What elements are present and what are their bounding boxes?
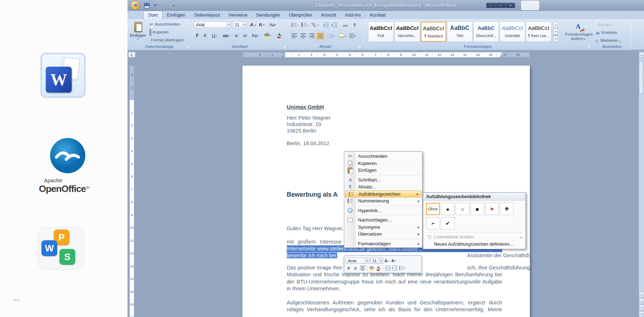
menu-item-nummerierung[interactable]: Nummerierung — [344, 197, 422, 205]
define-new-bullet-item[interactable]: Neues Aufzählungszeichen definieren... — [423, 241, 526, 248]
style-kein-leerraum[interactable]: AaBbCcI¶ Kein Lee... — [526, 22, 551, 42]
grow-font-button[interactable]: A▲ — [249, 21, 257, 28]
menu-item-absatz[interactable]: Absatz... — [344, 183, 422, 191]
copy-button[interactable]: Kopieren — [148, 28, 170, 36]
mini-shrink-font-button[interactable]: A▼ — [391, 258, 397, 264]
menu-item-nachschlagen[interactable]: Nachschlagen... — [344, 216, 422, 224]
select-button[interactable]: Markieren — [596, 37, 621, 44]
tab-ansicht[interactable]: Ansicht — [317, 11, 341, 19]
change-styles-button[interactable]: Formatvorlagen ändern — [565, 22, 591, 43]
superscript-button[interactable]: x2 — [241, 32, 249, 39]
clipboard-dialog-launcher[interactable] — [186, 45, 190, 49]
tab-addins[interactable]: Add-Ins — [340, 11, 365, 19]
find-button[interactable]: Suchen — [596, 21, 611, 28]
align-center-button[interactable] — [299, 32, 307, 39]
tab-acrobat[interactable]: Acrobat — [365, 11, 390, 19]
scroll-up-button[interactable]: ▲ — [639, 52, 644, 58]
style-untertitel[interactable]: AaBbCcIUntertitel — [500, 22, 525, 42]
tab-stop-selector[interactable] — [128, 52, 135, 58]
vertical-scrollbar[interactable]: ▲ ▲ ● ▼ ▼ — [639, 52, 644, 317]
menu-item-schriftart[interactable]: Schriftart... — [344, 177, 422, 184]
gallery-more-button[interactable]: ▾ — [553, 35, 558, 42]
menu-item-ausschneiden[interactable]: Ausschneiden — [344, 153, 422, 160]
justify-button[interactable] — [316, 32, 324, 39]
gallery-up-arrow[interactable]: ▴ — [553, 22, 558, 28]
numbering-button[interactable]: ▾ — [300, 21, 310, 28]
replace-button[interactable]: Ersetzen — [596, 29, 617, 36]
mini-format-painter-button[interactable] — [398, 258, 404, 264]
font-color-button[interactable]: A▾ — [274, 32, 285, 39]
format-painter-button[interactable]: Format übertragen — [148, 36, 185, 44]
right-indent-marker[interactable] — [500, 55, 502, 57]
decrease-indent-button[interactable] — [322, 21, 330, 28]
bullet-check-option[interactable]: ✔ — [441, 217, 455, 229]
mini-font-size-combo[interactable]: 11 — [370, 258, 383, 264]
menu-item-einfuegen[interactable]: Einfügen — [344, 167, 422, 174]
tab-verweise[interactable]: Verweise — [224, 11, 252, 19]
cut-button[interactable]: Ausschneiden — [148, 21, 181, 28]
next-page-button[interactable]: ▼ — [639, 305, 644, 311]
style-titel[interactable]: AaBbCTitel — [447, 22, 473, 42]
paste-button[interactable]: Einfügen — [130, 21, 146, 43]
browse-object-button[interactable]: ● — [639, 298, 644, 304]
tab-start[interactable]: Start — [143, 11, 162, 19]
tab-sendungen[interactable]: Sendungen — [252, 11, 285, 19]
mini-increase-indent-button[interactable] — [392, 265, 398, 271]
bullet-diamonds-option[interactable]: ❖ — [500, 203, 514, 215]
bullet-square-option[interactable]: ■ — [470, 203, 484, 215]
align-left-button[interactable] — [290, 32, 298, 39]
italic-button[interactable]: K — [202, 32, 209, 39]
menu-item-formatvorlagen[interactable]: Formatvorlagen — [344, 240, 422, 247]
bullets-button[interactable]: ▾ — [290, 21, 300, 28]
show-marks-button[interactable] — [351, 21, 359, 28]
mini-italic-button[interactable]: K — [353, 265, 359, 271]
increase-indent-button[interactable] — [331, 21, 339, 28]
chevron-down-icon[interactable] — [365, 258, 369, 263]
mini-align-center-button[interactable] — [359, 265, 366, 271]
align-right-button[interactable] — [308, 32, 316, 39]
shading-button[interactable]: ▾ — [338, 32, 347, 39]
menu-item-uebersetzen[interactable]: Übersetzen — [344, 231, 422, 238]
line-spacing-button[interactable]: ▾ — [326, 32, 336, 39]
mini-bullets-button[interactable]: ▾ — [399, 265, 406, 271]
gallery-down-arrow[interactable]: ▾ — [553, 28, 558, 35]
chevron-down-icon[interactable] — [242, 22, 247, 28]
styles-dialog-launcher[interactable] — [587, 45, 591, 49]
sort-button[interactable] — [341, 21, 349, 28]
highlight-color-button[interactable]: ab▾ — [262, 32, 273, 39]
clear-formatting-button[interactable]: Aa▾ — [268, 21, 277, 28]
menu-item-aufzaehlungszeichen[interactable]: Aufzählungszeichen — [345, 191, 421, 198]
bullet-chevron-option[interactable]: ➢ — [426, 217, 440, 229]
chevron-down-icon[interactable] — [378, 258, 383, 263]
mini-font-color-button[interactable]: A▾ — [376, 265, 382, 271]
chevron-down-icon[interactable] — [226, 22, 231, 28]
mini-grow-font-button[interactable]: A▲ — [384, 258, 390, 264]
mini-font-name-combo[interactable]: Arial — [346, 258, 370, 264]
menu-item-kopieren[interactable]: Kopieren — [344, 160, 422, 167]
style-fett[interactable]: AaBbCcIFett — [368, 22, 394, 42]
mini-bold-button[interactable]: F — [346, 265, 352, 271]
strikethrough-button[interactable]: abc — [220, 32, 231, 39]
style-ueberschrift[interactable]: AaBbCÜberschrif... — [473, 22, 499, 42]
previous-page-button[interactable]: ▲ — [639, 292, 644, 298]
bold-button[interactable]: F — [194, 32, 201, 39]
style-hervorhebung[interactable]: AaBbCcIHervorhe... — [394, 22, 420, 42]
scrollbar-thumb[interactable] — [639, 61, 644, 94]
subscript-button[interactable]: x2 — [233, 32, 241, 39]
mini-decrease-indent-button[interactable] — [385, 265, 391, 271]
font-dialog-launcher[interactable] — [283, 45, 287, 49]
tab-einfuegen[interactable]: Einfügen — [162, 11, 189, 19]
bullet-disc-option[interactable]: ● — [441, 203, 455, 215]
multilevel-list-button[interactable]: ▾ — [310, 21, 320, 28]
tab-seitenlayout[interactable]: Seitenlayout — [190, 11, 224, 19]
shrink-font-button[interactable]: A▼ — [258, 21, 266, 28]
bullet-circle-option[interactable]: ○ — [456, 203, 469, 215]
hanging-indent-marker[interactable] — [282, 55, 285, 57]
bullet-none-option[interactable]: Ohne — [426, 203, 440, 215]
font-size-combo[interactable]: 11 — [233, 21, 247, 28]
change-case-button[interactable]: Aa▾ — [250, 32, 260, 39]
scroll-down-button[interactable]: ▼ — [639, 311, 644, 317]
paragraph-dialog-launcher[interactable] — [358, 45, 362, 49]
mini-highlight-button[interactable]: ab▾ — [369, 265, 375, 271]
minimize-button[interactable] — [486, 3, 496, 8]
